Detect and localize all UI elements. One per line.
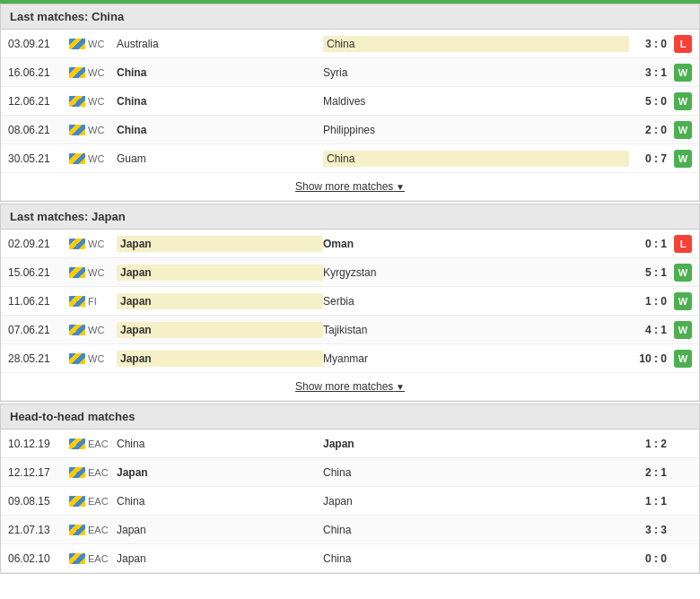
competition: WC xyxy=(88,125,117,135)
team-home: China xyxy=(117,495,323,508)
team-home: Japan xyxy=(117,236,323,252)
team-away: Philippines xyxy=(323,124,629,136)
flag-icon xyxy=(66,325,88,335)
h2h-match-row: 10.12.19 EAC China Japan 1 : 2 xyxy=(1,430,699,458)
score: 1 : 0 xyxy=(629,295,674,308)
team-home: China xyxy=(117,95,323,108)
team-away: Syria xyxy=(323,66,629,79)
team-home: Japan xyxy=(117,322,323,338)
score: 5 : 0 xyxy=(629,95,674,108)
match-date: 09.08.15 xyxy=(8,495,66,508)
h2h-title: Head-to-head matches xyxy=(10,410,135,423)
team-home: Japan xyxy=(117,293,323,309)
competition: EAC xyxy=(88,496,117,507)
competition: FI xyxy=(88,296,117,307)
team-away: Tajikistan xyxy=(323,324,629,336)
flag-icon xyxy=(66,239,88,249)
match-date: 12.12.17 xyxy=(8,466,66,479)
h2h-match-row: 06.02.10 EAC Japan China 0 : 0 xyxy=(1,544,699,573)
competition: WC xyxy=(88,67,117,78)
team-away: China xyxy=(323,552,629,565)
china-section-header: Last matches: China xyxy=(1,4,699,30)
result-badge: L xyxy=(674,235,692,253)
team-away: China xyxy=(323,151,629,167)
team-home: China xyxy=(117,124,323,136)
team-home: China xyxy=(117,66,323,79)
flag-icon xyxy=(66,39,88,49)
china-title: Last matches: China xyxy=(10,10,124,23)
result-badge: W xyxy=(674,92,692,110)
team-home: China xyxy=(117,438,323,450)
score: 10 : 0 xyxy=(629,352,674,365)
team-away: Maldives xyxy=(323,95,629,108)
match-date: 21.07.13 xyxy=(8,524,66,536)
match-date: 28.05.21 xyxy=(8,352,66,365)
score: 5 : 1 xyxy=(629,266,674,279)
competition: WC xyxy=(88,239,117,249)
score: 2 : 0 xyxy=(629,124,674,136)
h2h-match-row: 12.12.17 EAC Japan China 2 : 1 xyxy=(1,458,699,487)
flag-icon xyxy=(66,125,88,135)
china-match-row: 03.09.21 WC Australia China 3 : 0 L xyxy=(1,30,699,58)
score: 1 : 2 xyxy=(629,438,674,450)
score: 3 : 3 xyxy=(629,524,674,536)
japan-section-header: Last matches: Japan xyxy=(1,204,699,230)
team-home: Japan xyxy=(117,351,323,367)
japan-match-row: 15.06.21 WC Japan Kyrgyzstan 5 : 1 W xyxy=(1,258,699,287)
flag-icon xyxy=(66,525,88,535)
team-away: Oman xyxy=(323,238,629,250)
result-badge: L xyxy=(674,35,692,53)
competition: WC xyxy=(88,325,117,335)
team-away: China xyxy=(323,36,629,52)
competition: EAC xyxy=(88,553,117,564)
flag-icon xyxy=(66,496,88,507)
h2h-match-row: 21.07.13 EAC Japan China 3 : 3 xyxy=(1,516,699,544)
flag-icon xyxy=(66,438,88,449)
flag-icon xyxy=(66,467,88,478)
result-badge: W xyxy=(674,64,692,82)
competition: WC xyxy=(88,267,117,278)
match-date: 03.09.21 xyxy=(8,38,66,50)
flag-icon xyxy=(66,353,88,364)
match-date: 02.09.21 xyxy=(8,238,66,250)
flag-icon xyxy=(66,553,88,564)
score: 0 : 0 xyxy=(629,552,674,565)
match-date: 11.06.21 xyxy=(8,295,66,308)
japan-show-more-link[interactable]: Show more matches xyxy=(295,380,405,393)
result-badge: W xyxy=(674,264,692,282)
flag-icon xyxy=(66,67,88,78)
match-date: 12.06.21 xyxy=(8,95,66,108)
japan-match-row: 28.05.21 WC Japan Myanmar 10 : 0 W xyxy=(1,344,699,373)
team-home: Japan xyxy=(117,265,323,281)
japan-match-row: 07.06.21 WC Japan Tajikistan 4 : 1 W xyxy=(1,316,699,344)
score: 3 : 1 xyxy=(629,66,674,79)
match-date: 08.06.21 xyxy=(8,124,66,136)
team-home: Guam xyxy=(117,152,323,165)
flag-icon xyxy=(66,153,88,164)
team-away: Japan xyxy=(323,495,629,508)
match-date: 10.12.19 xyxy=(8,438,66,450)
competition: WC xyxy=(88,96,117,107)
score: 1 : 1 xyxy=(629,495,674,508)
china-show-more-link[interactable]: Show more matches xyxy=(295,180,405,193)
china-match-row: 08.06.21 WC China Philippines 2 : 0 W xyxy=(1,116,699,144)
team-away: China xyxy=(323,466,629,479)
competition: EAC xyxy=(88,438,117,449)
h2h-section-header: Head-to-head matches xyxy=(1,404,699,430)
japan-section: Last matches: Japan 02.09.21 WC Japan Om… xyxy=(0,204,700,402)
team-away: Serbia xyxy=(323,295,629,308)
china-show-more-row[interactable]: Show more matches xyxy=(1,173,699,201)
result-badge: W xyxy=(674,121,692,139)
china-match-row: 30.05.21 WC Guam China 0 : 7 W xyxy=(1,144,699,173)
japan-show-more-row[interactable]: Show more matches xyxy=(1,373,699,401)
score: 0 : 7 xyxy=(629,152,674,165)
china-match-row: 12.06.21 WC China Maldives 5 : 0 W xyxy=(1,87,699,116)
competition: EAC xyxy=(88,525,117,535)
result-badge: W xyxy=(674,150,692,168)
team-home: Japan xyxy=(117,466,323,479)
result-badge: W xyxy=(674,321,692,339)
team-away: Kyrgyzstan xyxy=(323,266,629,279)
match-date: 16.06.21 xyxy=(8,66,66,79)
result-badge: W xyxy=(674,350,692,368)
team-home: Australia xyxy=(117,38,323,50)
